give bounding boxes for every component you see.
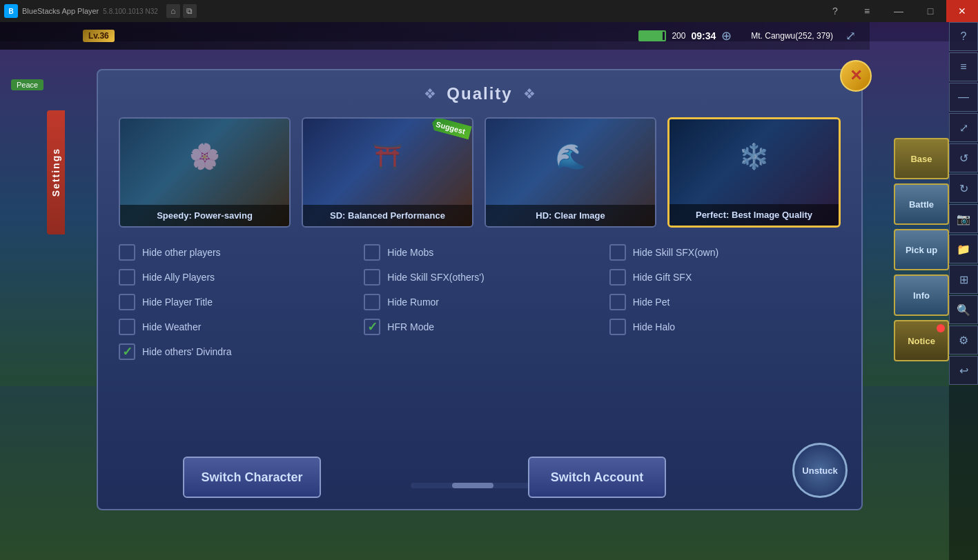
time-display: 09:34 [691, 30, 716, 41]
game-topbar: Lv.36 200 09:34 ⊕ Mt. Cangwu(252, 379) ⤢ [0, 22, 870, 50]
pickup-label: Pick up [906, 245, 937, 255]
checkbox-hide-others-divindra: ✓ Hide others' Divindra [119, 343, 350, 360]
checkbox-hide-skill-sfx-own-input[interactable] [609, 244, 626, 261]
toolbar-rotate-button[interactable]: ↻ [949, 174, 978, 203]
checkbox-hfr-mode-label: HFR Mode [387, 321, 434, 332]
titlebar: B BlueStacks App Player 5.8.100.1013 N32… [0, 0, 978, 22]
bluestacks-logo: B [4, 4, 18, 18]
checkbox-hide-skill-sfx-others-label: Hide Skill SFX(others') [387, 272, 484, 283]
card-label-perfect: Perfect: Best Image Quality [669, 204, 839, 226]
battery-icon [638, 30, 666, 41]
settings-label: Settings [50, 148, 61, 197]
unstuck-button[interactable]: Unstuck [792, 443, 848, 498]
toolbar-settings-button[interactable]: ⚙ [949, 326, 978, 354]
toolbar-refresh-button[interactable]: ↺ [949, 143, 978, 172]
pickup-button[interactable]: Pick up [894, 229, 949, 270]
checkbox-hide-gift-sfx-label: Hide Gift SFX [633, 272, 692, 283]
checkbox-hide-rumor-input[interactable] [364, 294, 380, 310]
quality-title-row: ❖ Quality ❖ [119, 84, 841, 103]
quality-card-perfect[interactable]: ❄️ Perfect: Best Image Quality [667, 117, 841, 228]
checkbox-hide-mobs-label: Hide Mobs [387, 247, 433, 258]
checkbox-hide-rumor-label: Hide Rumor [387, 297, 439, 308]
close-dialog-button[interactable]: ✕ [840, 60, 872, 92]
app-name: BlueStacks App Player [22, 7, 99, 15]
checkbox-hide-pet-input[interactable] [609, 294, 626, 310]
notice-label: Notice [908, 336, 935, 346]
toolbar-screenshot-button[interactable]: 📷 [949, 204, 978, 233]
compass-icon: ⊕ [721, 28, 732, 43]
card-visual-hd: 🌊 [486, 119, 655, 194]
checkbox-hide-skill-sfx-others-input[interactable] [364, 269, 380, 286]
peace-badge: Peace [11, 79, 43, 90]
checkbox-hide-other-players-label: Hide other players [142, 247, 221, 258]
checkbox-hfr-mode: ✓ HFR Mode [364, 319, 595, 335]
checkbox-hide-rumor: Hide Rumor [364, 294, 595, 310]
toolbar-menu-button[interactable]: ≡ [949, 52, 978, 81]
toolbar-layers-button[interactable]: ⊞ [949, 265, 978, 294]
checkbox-hide-ally-players-input[interactable] [119, 269, 135, 286]
close-window-button[interactable]: ✕ [946, 0, 978, 22]
maximize-button[interactable]: □ [915, 0, 946, 22]
quality-cards: 🌸 Speedy: Power-saving ⛩️ Suggest SD: Ba… [119, 117, 841, 228]
card-visual-perfect: ❄️ [669, 119, 839, 194]
card-visual-speedy: 🌸 [120, 119, 289, 194]
expand-icon[interactable]: ⤢ [845, 28, 856, 43]
checkbox-hide-mobs: Hide Mobs [364, 244, 595, 261]
checkbox-hide-halo-input[interactable] [609, 319, 626, 335]
toolbar-expand-button[interactable]: ⤢ [949, 113, 978, 142]
toolbar-search-button[interactable]: 🔍 [949, 295, 978, 324]
checkbox-hide-pet: Hide Pet [609, 294, 841, 310]
checkbox-hide-others-divindra-input[interactable]: ✓ [119, 343, 135, 360]
checkbox-hide-ally-players-label: Hide Ally Players [142, 272, 215, 283]
checkbox-hide-weather-input[interactable] [119, 319, 135, 335]
battle-button[interactable]: Battle [894, 183, 949, 225]
quality-card-hd[interactable]: 🌊 HD: Clear Image [485, 117, 656, 228]
checkbox-hide-others-divindra-label: Hide others' Divindra [142, 346, 232, 357]
switch-account-button[interactable]: Switch Account [528, 457, 666, 498]
level-badge: Lv.36 [83, 30, 115, 42]
checkbox-hide-skill-sfx-own-label: Hide Skill SFX(own) [633, 247, 718, 258]
info-label: Info [913, 290, 930, 301]
card-label-speedy: Speedy: Power-saving [120, 205, 289, 226]
battle-label: Battle [909, 199, 934, 210]
checkbox-hide-ally-players: Hide Ally Players [119, 269, 350, 286]
checkbox-hide-pet-label: Hide Pet [633, 297, 670, 308]
help-button[interactable]: ? [819, 0, 851, 22]
checkbox-hide-other-players: Hide other players [119, 244, 350, 261]
quality-title: Quality [447, 84, 512, 103]
minimize-button[interactable]: — [883, 0, 915, 22]
checkmark-hfr-icon: ✓ [367, 319, 378, 334]
checkbox-hide-halo: Hide Halo [609, 319, 841, 335]
checkbox-hfr-mode-input[interactable]: ✓ [364, 319, 380, 335]
checkbox-hide-other-players-input[interactable] [119, 244, 135, 261]
toolbar-back-button[interactable]: ↩ [949, 356, 978, 385]
home-icon[interactable]: ⌂ [166, 4, 180, 18]
checkbox-hide-player-title-input[interactable] [119, 294, 135, 310]
quality-card-sd[interactable]: ⛩️ Suggest SD: Balanced Performance [302, 117, 473, 228]
quality-card-speedy[interactable]: 🌸 Speedy: Power-saving [119, 117, 291, 228]
battery-fill [640, 32, 662, 40]
checkbox-hide-weather-label: Hide Weather [142, 321, 201, 332]
checkbox-hide-gift-sfx-input[interactable] [609, 269, 626, 286]
checkbox-hide-skill-sfx-others: Hide Skill SFX(others') [364, 269, 595, 286]
titlebar-icons: ⌂ ⧉ [166, 4, 197, 18]
diamond-right-icon: ❖ [523, 86, 536, 102]
card-label-hd: HD: Clear Image [486, 205, 655, 226]
toolbar-minimize-button[interactable]: — [949, 83, 978, 112]
right-toolbar: ? ≡ — ⤢ ↺ ↻ 📷 📁 ⊞ 🔍 ⚙ ↩ [949, 22, 978, 560]
toolbar-folder-button[interactable]: 📁 [949, 234, 978, 263]
battery-area: 200 09:34 ⊕ Mt. Cangwu(252, 379) ⤢ [638, 28, 856, 43]
menu-button[interactable]: ≡ [851, 0, 883, 22]
windows-icon[interactable]: ⧉ [183, 4, 197, 18]
toolbar-help-button[interactable]: ? [949, 22, 978, 51]
checkbox-hide-mobs-input[interactable] [364, 244, 380, 261]
settings-dialog: ✕ ❖ Quality ❖ 🌸 Speedy: Power-saving ⛩️ … [97, 69, 863, 510]
checkbox-hide-halo-label: Hide Halo [633, 321, 675, 332]
switch-character-button[interactable]: Switch Character [183, 457, 321, 498]
info-button[interactable]: Info [894, 274, 949, 316]
settings-tab[interactable]: Settings [47, 110, 65, 234]
base-button[interactable]: Base [894, 138, 949, 179]
location-text: Mt. Cangwu(252, 379) [751, 31, 833, 41]
notice-button[interactable]: Notice [894, 320, 949, 361]
notice-dot [937, 324, 945, 332]
